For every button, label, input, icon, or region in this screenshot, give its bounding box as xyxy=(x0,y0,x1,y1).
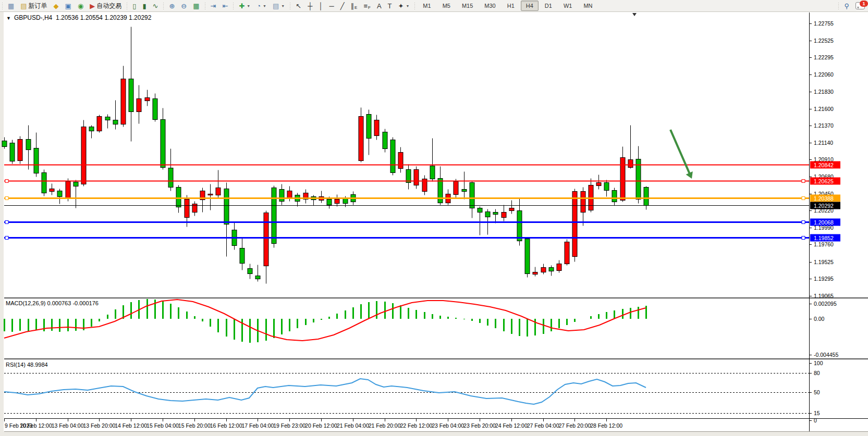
fibonacci-icon[interactable]: ≡F xyxy=(361,1,373,11)
price-axis-label: 1.19525 xyxy=(814,259,834,265)
candle xyxy=(620,147,625,202)
candle xyxy=(541,264,546,275)
trendline-icon[interactable]: ╱ xyxy=(338,1,347,11)
templates-icon[interactable]: ▤▼ xyxy=(270,1,287,11)
time-axis-label: 23 Feb 20:00 xyxy=(463,422,496,429)
timeframe-m5-button[interactable]: M5 xyxy=(437,1,456,11)
price-axis-label: 1.22755 xyxy=(814,20,834,27)
candle xyxy=(216,170,221,198)
price-axis-label: 1.19760 xyxy=(814,241,834,247)
symbol-dropdown-icon[interactable]: ▼ xyxy=(6,16,11,21)
chart-shift-marker[interactable] xyxy=(632,13,637,16)
tile-windows-icon: ▦ xyxy=(193,3,199,9)
rsi-indicator-label: RSI(14) 48.9984 xyxy=(6,362,48,368)
notifications-icon[interactable]: 1 xyxy=(853,1,867,11)
candle xyxy=(430,139,435,182)
candle xyxy=(533,267,537,277)
periods-icon[interactable]: ◔▼ xyxy=(254,1,269,11)
new-order-button[interactable]: ▤新订单 xyxy=(18,1,50,11)
timeframe-d1-button[interactable]: D1 xyxy=(540,1,557,11)
timeframe-h4-button-label: H4 xyxy=(523,3,536,9)
crosshair-icon[interactable]: ┼ xyxy=(305,1,315,11)
vertical-line-icon: │ xyxy=(319,3,323,9)
line-handle[interactable] xyxy=(5,221,8,224)
timeframe-h1-button[interactable]: H1 xyxy=(502,1,520,11)
line-handle[interactable] xyxy=(5,180,8,183)
horizontal-line-icon[interactable]: ─ xyxy=(327,1,337,11)
terminal-icon[interactable]: ▣ xyxy=(63,1,74,11)
timeframe-h4-button[interactable]: H4 xyxy=(521,1,539,11)
toolbar-grip xyxy=(126,2,128,10)
line-handle[interactable] xyxy=(802,180,805,183)
terminal-icon: ▣ xyxy=(65,3,71,9)
toolbar-group-timeframes: M1M5M15M30H1H4D1W1MN xyxy=(412,0,598,11)
expert-advisors-icon[interactable]: ◆ xyxy=(51,1,62,11)
arrow-annotation[interactable] xyxy=(670,130,690,175)
toolbar-grip xyxy=(413,2,416,10)
chevron-down-icon[interactable]: ▼ xyxy=(406,4,409,8)
candlestick-chart-icon[interactable]: ▮ xyxy=(140,1,149,11)
chart-shift-icon[interactable]: ⇤ xyxy=(219,1,230,11)
candle xyxy=(50,184,54,195)
vertical-line-icon[interactable]: │ xyxy=(316,1,325,11)
toolbar-group-right: ⚲1 xyxy=(836,0,868,11)
candle xyxy=(129,27,133,142)
cursor-icon: ↖ xyxy=(296,3,301,9)
broadcast-icon[interactable]: ◉ xyxy=(75,1,86,11)
auto-scroll-icon[interactable]: ⇥ xyxy=(208,1,219,11)
candle xyxy=(74,180,78,208)
arrows-icon[interactable]: ✦▼ xyxy=(396,1,412,11)
text-icon[interactable]: A xyxy=(374,1,384,11)
line-handle[interactable] xyxy=(802,236,805,240)
line-handle[interactable] xyxy=(5,236,8,240)
toolbar-group-drawing: ↖┼│─╱∥E≡FAT✦▼ xyxy=(288,0,412,11)
new-order-button-label: 新订单 xyxy=(29,2,47,10)
time-axis-label: 13 Feb 04:00 xyxy=(52,422,84,429)
line-handle[interactable] xyxy=(802,221,805,224)
timeframe-w1-button[interactable]: W1 xyxy=(558,1,578,11)
chart-window-icon[interactable]: ▦ xyxy=(5,1,17,11)
autotrading-button[interactable]: ▶自动交易 xyxy=(87,1,124,11)
candle xyxy=(81,120,86,186)
candle xyxy=(509,201,514,214)
equidistant-channel-icon[interactable]: ∥E xyxy=(348,1,360,11)
chevron-down-icon[interactable]: ▼ xyxy=(263,4,266,8)
toolbar-group-trade: ▦▤新订单◆▣◉▶自动交易 xyxy=(0,0,125,11)
candle xyxy=(311,195,316,206)
zoom-in-icon[interactable]: ⊕ xyxy=(166,1,177,11)
chart-shift-icon: ⇤ xyxy=(222,3,228,9)
chevron-down-icon[interactable]: ▼ xyxy=(247,4,250,8)
indicators-icon[interactable]: ✚▼ xyxy=(236,1,253,11)
zoom-out-icon[interactable]: ⊖ xyxy=(178,1,189,11)
timeframe-m15-button[interactable]: M15 xyxy=(457,1,478,11)
line-handle[interactable] xyxy=(802,197,805,200)
candlestick-chart-icon: ▮ xyxy=(142,3,146,9)
bar-chart-icon[interactable]: ▯ xyxy=(130,1,139,11)
timeframe-m30-button-label: M30 xyxy=(482,3,498,9)
line-chart-icon[interactable]: ∿ xyxy=(150,1,161,11)
candle xyxy=(121,66,126,127)
text-label-icon[interactable]: T xyxy=(385,1,395,11)
candle xyxy=(390,138,395,176)
rsi-line xyxy=(4,379,646,404)
timeframe-mn-button[interactable]: MN xyxy=(578,1,597,11)
time-axis-label: 21 Feb 20:00 xyxy=(369,422,401,429)
line-handle[interactable] xyxy=(5,197,8,200)
candle xyxy=(200,188,205,213)
timeframe-m1-button[interactable]: M1 xyxy=(418,1,436,11)
candle xyxy=(478,207,482,235)
candle xyxy=(446,190,450,205)
candle xyxy=(454,179,458,198)
candle xyxy=(97,115,102,133)
candle xyxy=(628,126,633,169)
search-icon[interactable]: ⚲ xyxy=(841,1,852,11)
cursor-icon[interactable]: ↖ xyxy=(293,1,304,11)
tile-windows-icon[interactable]: ▦ xyxy=(190,1,202,11)
timeframe-m30-button[interactable]: M30 xyxy=(479,1,500,11)
zoom-in-icon: ⊕ xyxy=(169,3,175,9)
chevron-down-icon[interactable]: ▼ xyxy=(281,4,285,8)
candle xyxy=(612,188,617,206)
candle xyxy=(406,165,411,190)
rsi-axis-label: 0 xyxy=(814,417,817,423)
candle xyxy=(383,129,387,153)
